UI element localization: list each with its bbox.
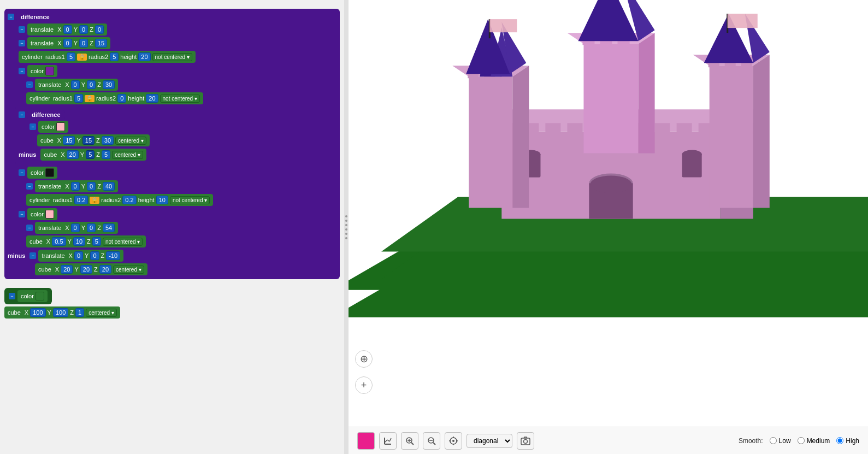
minus-cube1-centered-dropdown[interactable]: centered ▾ [112, 151, 143, 159]
minus-cube2-y[interactable]: 20 [80, 265, 92, 274]
cyl1-r2[interactable]: 5 [110, 52, 119, 61]
svg-line-72 [433, 443, 435, 445]
collapse-btn-inner-diff[interactable]: − [19, 111, 25, 118]
minus-t-y[interactable]: 0 [90, 251, 99, 260]
minus-row-2: minus − translate X 0 Y 0 Z -10 [8, 250, 336, 262]
inner-difference-header: − difference [19, 110, 333, 119]
smooth-low-option[interactable]: Low [770, 437, 791, 445]
cyl1-h[interactable]: 20 [138, 52, 150, 61]
minus-cube1-z[interactable]: 5 [102, 150, 110, 159]
collapse-btn-minus2[interactable]: − [29, 252, 36, 259]
minus-t-z[interactable]: -10 [106, 251, 120, 260]
color-swatch-2[interactable] [56, 122, 65, 131]
smooth-medium-label: Medium [807, 437, 830, 445]
panel-divider[interactable] [344, 0, 349, 454]
color-swatch-3[interactable] [45, 168, 54, 177]
cube2-y[interactable]: 10 [73, 237, 85, 246]
minus-cube1-x[interactable]: 20 [67, 150, 79, 159]
t5-y[interactable]: 0 [87, 223, 96, 232]
floor-cube-y[interactable]: 100 [53, 308, 68, 317]
color-swatch-1[interactable] [45, 67, 54, 75]
minus-cube-block-2: cube X 20 Y 20 Z 20 centered ▾ [35, 263, 147, 275]
svg-rect-61 [728, 14, 758, 28]
cube2-z[interactable]: 5 [92, 237, 101, 246]
floor-cube-centered-dropdown[interactable]: centered ▾ [86, 309, 117, 317]
t2-x[interactable]: 0 [63, 39, 72, 48]
lock-icon-2[interactable]: 🔒 [85, 95, 95, 102]
screenshot-btn[interactable] [517, 432, 534, 450]
smooth-medium-radio[interactable] [798, 437, 805, 444]
color-swatch-4[interactable] [45, 210, 54, 219]
t4-x[interactable]: 0 [71, 182, 80, 191]
cube-row-1: cube X 15 Y 15 Z 30 centered ▾ [37, 134, 333, 146]
t2-y[interactable]: 0 [79, 39, 88, 48]
collapse-btn-t4[interactable]: − [26, 183, 33, 190]
t1-z[interactable]: 0 [95, 25, 104, 34]
minus-cube2-x[interactable]: 20 [61, 265, 73, 274]
t4-z[interactable]: 40 [103, 182, 115, 191]
color-picker-btn[interactable] [357, 432, 375, 450]
collapse-btn-floor-color[interactable]: − [9, 293, 15, 299]
t5-z[interactable]: 54 [103, 223, 115, 232]
left-tower [452, 19, 529, 208]
target-icon [448, 436, 458, 446]
collapse-btn-t1[interactable]: − [19, 26, 25, 33]
cube1-centered-dropdown[interactable]: centered ▾ [115, 137, 146, 145]
minus-t-x[interactable]: 0 [74, 251, 83, 260]
graph-icon-btn[interactable] [379, 432, 397, 450]
view-angle-select[interactable]: diagonal [467, 434, 512, 448]
collapse-btn-t3[interactable]: − [26, 81, 33, 88]
cube2-x[interactable]: 0.5 [52, 237, 66, 246]
color-row-1: − color [19, 65, 336, 77]
smooth-low-label: Low [779, 437, 791, 445]
lock-icon-3[interactable]: 🔒 [90, 197, 99, 204]
svg-rect-16 [677, 123, 692, 134]
t4-y[interactable]: 0 [87, 182, 96, 191]
3d-viewport[interactable]: ⊕ + [349, 0, 868, 427]
lock-icon-1[interactable]: 🔒 [77, 54, 87, 61]
minus-cube1-y[interactable]: 5 [86, 150, 95, 159]
smooth-medium-option[interactable]: Medium [798, 437, 830, 445]
minus-cube2-z[interactable]: 20 [99, 265, 111, 274]
t3-x[interactable]: 0 [71, 80, 80, 89]
t1-y[interactable]: 0 [79, 25, 88, 34]
cyl3-r2[interactable]: 0.2 [122, 196, 136, 204]
t3-z[interactable]: 30 [103, 80, 115, 89]
collapse-btn-color3[interactable]: − [19, 169, 25, 176]
t3-y[interactable]: 0 [87, 80, 96, 89]
collapse-btn-color1[interactable]: − [19, 68, 25, 74]
cube1-y[interactable]: 15 [82, 136, 95, 145]
cyl2-r2[interactable]: 0 [117, 94, 126, 103]
floor-cube-x[interactable]: 100 [30, 308, 45, 317]
cube2-centered-dropdown[interactable]: not centered ▾ [103, 238, 143, 246]
cyl1-centered-dropdown[interactable]: not centered ▾ [152, 53, 192, 61]
t2-z[interactable]: 15 [95, 39, 107, 48]
svg-marker-42 [753, 55, 770, 208]
smooth-high-radio[interactable] [836, 437, 843, 444]
cyl2-r1[interactable]: 5 [74, 94, 83, 103]
t1-x[interactable]: 0 [63, 25, 72, 34]
t5-x[interactable]: 0 [71, 223, 80, 232]
collapse-btn-t5[interactable]: − [26, 225, 33, 231]
collapse-btn-difference[interactable]: − [8, 14, 14, 20]
collapse-btn-t2[interactable]: − [19, 40, 25, 46]
floor-color-swatch[interactable] [36, 292, 44, 300]
translate-block-2: translate X 0 Y 0 Z 15 [27, 37, 110, 49]
collapse-btn-color4[interactable]: − [19, 211, 25, 217]
minus-cube2-centered-dropdown[interactable]: centered ▾ [113, 266, 144, 274]
cyl3-h[interactable]: 10 [156, 196, 168, 204]
cyl1-r1[interactable]: 5 [67, 52, 75, 61]
zoom-out-btn[interactable] [423, 432, 440, 450]
cube1-z[interactable]: 30 [102, 136, 114, 145]
cyl3-r1[interactable]: 0.2 [74, 196, 88, 204]
smooth-high-option[interactable]: High [836, 437, 859, 445]
cube1-x[interactable]: 15 [63, 136, 75, 145]
collapse-btn-color2[interactable]: − [29, 123, 36, 130]
cyl2-h[interactable]: 20 [146, 94, 158, 103]
zoom-in-btn[interactable] [401, 432, 418, 450]
cyl2-centered-dropdown[interactable]: not centered ▾ [160, 95, 200, 103]
cyl3-centered-dropdown[interactable]: not centered ▾ [170, 196, 210, 204]
floor-cube-z[interactable]: 1 [75, 308, 84, 317]
reset-view-btn[interactable] [445, 432, 462, 450]
smooth-low-radio[interactable] [770, 437, 777, 444]
